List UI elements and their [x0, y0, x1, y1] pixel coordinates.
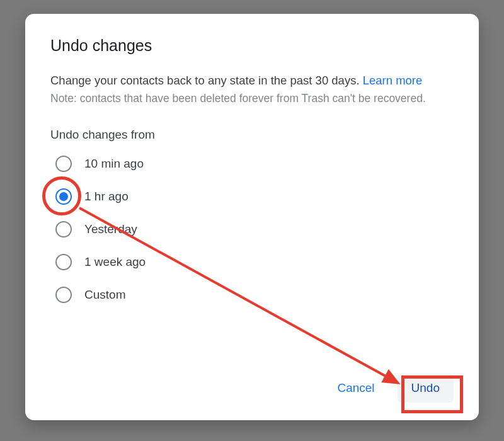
radio-icon: [55, 156, 72, 172]
cancel-button[interactable]: Cancel: [323, 374, 388, 403]
option-yesterday[interactable]: Yesterday: [55, 221, 454, 238]
option-label: Yesterday: [84, 222, 137, 236]
undo-changes-dialog: Undo changes Change your contacts back t…: [25, 14, 479, 420]
radio-icon: [55, 287, 72, 303]
radio-group-label: Undo changes from: [50, 128, 454, 142]
radio-group: 10 min ago 1 hr ago Yesterday 1 week ago…: [55, 156, 454, 303]
radio-icon: [55, 188, 72, 205]
option-label: 1 week ago: [84, 255, 146, 269]
dialog-actions: Cancel Undo: [323, 374, 454, 403]
radio-icon: [55, 221, 72, 238]
option-1-week-ago[interactable]: 1 week ago: [55, 254, 454, 270]
dialog-note: Note: contacts that have been deleted fo…: [50, 91, 454, 106]
undo-button[interactable]: Undo: [398, 374, 454, 403]
option-1-hr-ago[interactable]: 1 hr ago: [55, 188, 454, 205]
option-label: Custom: [84, 288, 125, 302]
dialog-description: Change your contacts back to any state i…: [50, 72, 454, 89]
option-label: 10 min ago: [84, 157, 144, 171]
option-custom[interactable]: Custom: [55, 287, 454, 303]
description-text: Change your contacts back to any state i…: [50, 74, 363, 87]
option-label: 1 hr ago: [84, 190, 129, 203]
option-10-min-ago[interactable]: 10 min ago: [55, 156, 454, 172]
radio-icon: [55, 254, 72, 270]
learn-more-link[interactable]: Learn more: [363, 74, 423, 87]
dialog-title: Undo changes: [50, 37, 454, 55]
